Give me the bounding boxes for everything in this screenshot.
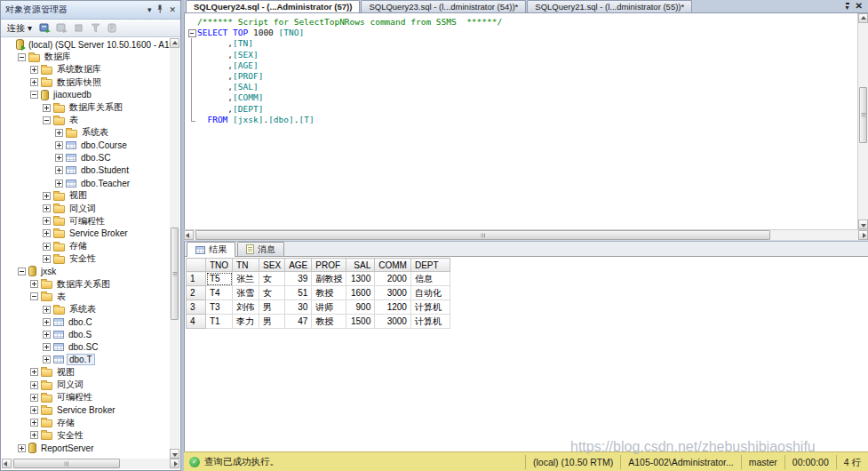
grid-column-header[interactable]: SEX [259,259,285,272]
grid-cell[interactable]: 男 [259,315,285,329]
grid-cell[interactable]: 刘伟 [233,300,259,315]
tree-item[interactable]: 安全性 [2,429,172,442]
grid-cell[interactable]: 副教授 [312,272,346,286]
tree-item[interactable]: ReportServer [2,442,172,454]
scroll-left-icon[interactable] [184,230,194,240]
filter-icon[interactable] [90,22,102,34]
code-line[interactable]: ,[COMM] [187,92,856,103]
expander-icon[interactable] [18,53,26,61]
expander-icon[interactable] [55,141,63,149]
grid-cell[interactable]: 讲师 [312,300,346,315]
grid-column-header[interactable]: COMM [375,259,411,272]
tree-item[interactable]: jxsk [2,265,172,277]
tree-item[interactable]: dbo.Course [2,140,172,152]
code-line[interactable]: /****** Script for SelectTopNRows comman… [187,17,856,28]
grid-cell[interactable]: 39 [285,272,312,286]
expander-icon[interactable] [30,78,38,86]
expander-icon[interactable] [30,394,38,402]
code-line[interactable]: FROM [jxsk].[dbo].[T] [187,115,856,125]
expander-icon[interactable] [30,406,38,414]
pin-icon[interactable] [156,4,163,15]
stop-icon[interactable] [73,22,85,34]
expander-icon[interactable] [43,318,51,326]
grid-cell[interactable]: 自动化 [410,286,450,300]
grid-column-header[interactable]: TN [233,259,259,272]
tree-item[interactable]: 安全性 [2,252,172,265]
scroll-up-icon[interactable] [858,13,868,23]
tree-item[interactable]: 数据库关系图 [2,101,172,114]
expander-icon[interactable] [30,419,38,427]
tree-item[interactable]: dbo.SC [2,152,172,164]
grid-cell[interactable]: 1600 [346,286,375,300]
expander-icon[interactable] [55,154,63,162]
tree-item[interactable]: 同义词 [2,379,172,391]
grid-cell[interactable]: 47 [285,315,312,329]
fold-collapse-icon[interactable] [187,28,197,38]
disconnect-icon[interactable] [56,22,68,34]
tree-item[interactable]: 系统数据库 [2,63,172,76]
scrollbar-thumb[interactable] [195,230,770,240]
grid-cell[interactable]: 教授 [312,315,346,329]
expander-icon[interactable] [30,66,38,74]
scrollbar-thumb[interactable] [13,459,120,468]
document-tab[interactable]: SQLQuery21.sql - (l...dministrator (55))… [527,0,692,12]
grid-cell[interactable]: 1300 [346,272,375,286]
window-menu-icon[interactable]: ▾ [147,5,152,14]
grid-cell[interactable]: 900 [346,300,375,315]
tree-item[interactable]: (local) (SQL Server 10.50.1600 - A105-00 [2,38,172,51]
grid-cell[interactable]: 女 [259,286,285,300]
scrollbar-thumb[interactable] [859,87,867,143]
tree-item[interactable]: 可编程性 [2,215,172,228]
expander-icon[interactable] [43,255,51,263]
grid-cell[interactable]: 1500 [346,315,375,329]
grid-cell[interactable]: 计算机 [410,300,450,315]
grid-cell[interactable]: 计算机 [410,315,450,329]
connect-button[interactable]: 连接▾ [4,21,35,36]
scroll-right-icon[interactable] [170,459,179,468]
code-line[interactable]: ,[SAL] [187,82,856,92]
close-document-icon[interactable]: ✕ [856,2,863,11]
expander-icon[interactable] [43,204,51,212]
grid-cell[interactable]: 女 [259,272,285,286]
expander-icon[interactable] [55,180,63,188]
scroll-down-icon[interactable] [858,220,868,229]
expander-icon[interactable] [43,243,51,251]
tree-item[interactable]: 存储 [2,240,172,252]
grid-cell[interactable]: 2000 [375,272,411,286]
grid-column-header[interactable]: TNO [206,259,233,272]
expander-icon[interactable] [18,267,26,275]
tree-item[interactable]: 视图 [2,189,172,202]
expander-icon[interactable] [43,192,51,200]
tree-item[interactable]: 系统表 [2,303,172,315]
grid-cell[interactable]: T1 [206,315,233,329]
code-line[interactable]: ,[SEX] [187,50,856,60]
expander-icon[interactable] [30,381,38,389]
grid-cell[interactable]: T4 [206,286,233,300]
tree-item[interactable]: 可编程性 [2,391,172,403]
tree-item[interactable]: 表 [2,291,172,303]
expander-icon[interactable] [30,431,38,439]
grid-cell[interactable]: 张兰 [233,272,259,286]
tree-horizontal-scrollbar[interactable] [2,459,179,469]
code-line[interactable]: SELECT TOP 1000 [TNO] [187,28,856,38]
document-tab[interactable]: SQLQuery23.sql - (l...dministrator (54))… [361,0,526,12]
grid-row-number[interactable]: 1 [187,272,206,286]
code-line[interactable]: ,[AGE] [187,60,856,71]
grid-column-header[interactable]: PROF [312,259,346,272]
grid-cell[interactable]: 1200 [375,300,411,315]
grid-column-header[interactable]: SAL [346,259,375,272]
grid-cell[interactable]: 51 [285,286,312,300]
grid-cell[interactable]: 3000 [375,286,411,300]
active-files-dropdown-icon[interactable]: ▾ [846,3,849,11]
expander-icon[interactable] [55,129,63,137]
grid-cell[interactable]: 李力 [233,315,259,329]
tree-item[interactable]: dbo.C [2,315,172,328]
tree-item[interactable]: 系统表 [2,126,172,139]
tree-item[interactable]: 同义词 [2,202,172,214]
grid-row-number[interactable]: 2 [187,286,206,300]
grid-cell[interactable]: 教授 [312,286,346,300]
code-line[interactable]: ,[DEPT] [187,104,856,115]
tree-item[interactable]: 数据库 [2,51,172,63]
grid-cell[interactable]: 张雪 [233,286,259,300]
expander-icon[interactable] [30,292,38,300]
